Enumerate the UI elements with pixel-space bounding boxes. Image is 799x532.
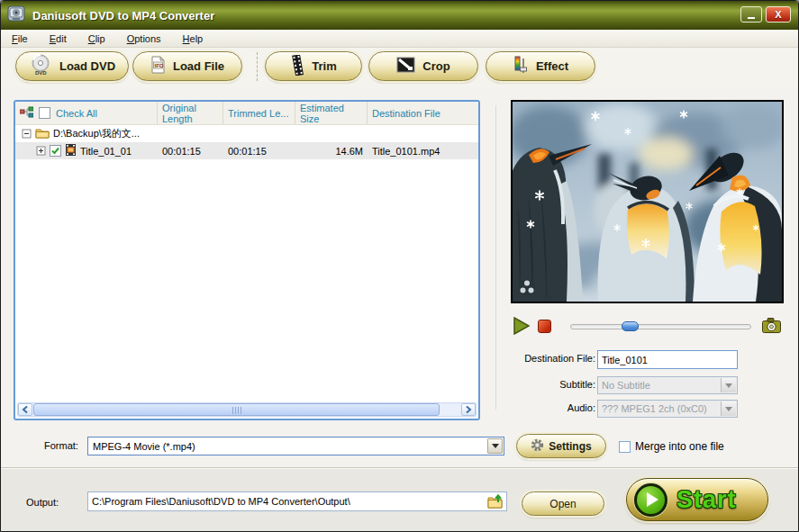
load-file-button[interactable]: IFO Load File [132,51,242,81]
filmstrip-icon [290,55,304,78]
folder-icon [35,127,50,140]
cell-original-length: 00:01:15 [158,142,223,159]
ifo-file-icon: IFO [150,56,166,77]
settings-button[interactable]: Settings [516,434,606,458]
title-name: Title_01_01 [80,146,132,157]
check-all-label: Check All [56,108,97,119]
folder-row[interactable]: D:\Backup\我的文... [15,125,478,142]
snapshot-camera-icon[interactable] [762,318,781,337]
start-button[interactable]: Start [626,478,768,521]
subtitle-dropdown-arrow-icon[interactable] [721,378,736,392]
menu-clip[interactable]: Clip [77,32,116,46]
audio-dropdown-arrow-icon[interactable] [721,401,736,416]
effect-button[interactable]: Effect [486,51,595,81]
horizontal-scrollbar[interactable] [17,402,477,417]
load-dvd-label: Load DVD [59,59,115,73]
trim-label: Trim [312,59,336,73]
crop-label: Crop [422,59,449,73]
merge-label: Merge into one file [635,440,724,453]
crop-icon [396,57,415,76]
merge-checkbox[interactable] [619,441,631,453]
trim-button[interactable]: Trim [265,51,362,81]
subtitle-select[interactable]: No Subtitle [597,376,738,394]
effect-label: Effect [536,59,568,73]
watermark-logo [519,279,535,295]
window-title: Daniusoft DVD to MP4 Converter [32,9,214,23]
output-path-value: C:\Program Files\Daniusoft\DVD to MP4 Co… [92,496,350,507]
cell-destination-file: Title_0101.mp4 [368,142,478,159]
subtitle-value: No Subtitle [602,380,650,391]
load-file-label: Load File [173,59,224,73]
stop-button[interactable] [538,320,551,333]
close-button[interactable]: X [766,6,791,23]
open-button[interactable]: Open [522,491,604,516]
settings-label: Settings [549,440,591,453]
start-label: Start [676,486,737,514]
toolbar-separator [257,52,258,81]
seek-slider-thumb[interactable] [622,321,639,331]
file-list-panel: Check All Original Length Trimmed Le... … [14,100,480,420]
expand-expander-icon[interactable] [36,146,46,156]
destination-file-input[interactable] [597,350,738,369]
destination-file-label: Destination File: [524,353,595,364]
cell-trimmed-length: 00:01:15 [223,142,295,159]
subtitle-label: Subtitle: [559,379,595,390]
start-play-icon [634,483,667,517]
scrollbar-thumb[interactable] [33,403,440,416]
column-original-length[interactable]: Original Length [158,102,223,124]
minimize-button[interactable] [740,6,762,23]
column-trimmed-length[interactable]: Trimmed Le... [223,102,295,124]
svg-text:IFO: IFO [154,63,163,68]
checked-icon [50,146,60,156]
audio-value: ??? MPEG1 2ch (0xC0) [602,403,707,414]
crop-button[interactable]: Crop [368,51,478,81]
format-dropdown-arrow-icon[interactable] [487,438,503,454]
browse-folder-icon[interactable] [487,494,504,511]
play-button[interactable] [513,317,531,338]
titlebar: Daniusoft DVD to MP4 Converter X [1,1,798,30]
output-label: Output: [26,497,59,508]
menu-bar: File Edit Clip Options Help [1,30,798,48]
format-value: MPEG-4 Movie (*.mp4) [93,441,195,452]
effect-sliders-icon [513,56,529,77]
title-row[interactable]: Title_01_01 00:01:15 00:01:15 14.6M Titl… [15,142,478,159]
check-all-checkbox[interactable] [39,107,50,119]
title-checkbox[interactable] [50,145,61,157]
collapse-expander-icon[interactable] [22,129,32,139]
audio-select[interactable]: ??? MPEG1 2ch (0xC0) [597,400,738,418]
menu-edit[interactable]: Edit [39,32,77,46]
penguins-preview-image [513,102,782,302]
open-label: Open [549,498,576,510]
scroll-left-button[interactable] [18,403,32,416]
toolbar: DVD Load DVD IFO Load File [1,48,798,87]
column-destination-file[interactable]: Destination File [368,102,478,124]
format-label: Format: [44,440,78,451]
video-preview [511,100,784,303]
svg-text:DVD: DVD [35,70,47,76]
video-clip-icon [65,144,77,158]
format-select[interactable]: MPEG-4 Movie (*.mp4) [87,437,504,455]
cell-estimated-size: 14.6M [295,142,368,159]
output-path-field[interactable]: C:\Program Files\Daniusoft\DVD to MP4 Co… [87,491,507,511]
column-estimated-size[interactable]: Estimated Size [295,102,368,124]
app-window: Daniusoft DVD to MP4 Converter X File Ed… [0,0,799,532]
audio-label: Audio: [567,402,595,413]
tree-icon [20,106,33,120]
menu-file[interactable]: File [1,32,39,46]
list-header: Check All Original Length Trimmed Le... … [15,102,478,125]
dvd-disc-icon: DVD [29,54,52,78]
app-icon [7,5,25,26]
panel-splitter [495,105,496,410]
seek-slider[interactable] [570,324,751,329]
menu-help[interactable]: Help [172,32,214,46]
gear-icon [531,438,544,455]
menu-options[interactable]: Options [116,32,172,46]
scroll-right-button[interactable] [461,403,476,416]
load-dvd-button[interactable]: DVD Load DVD [15,51,129,81]
folder-name: D:\Backup\我的文... [53,127,140,140]
